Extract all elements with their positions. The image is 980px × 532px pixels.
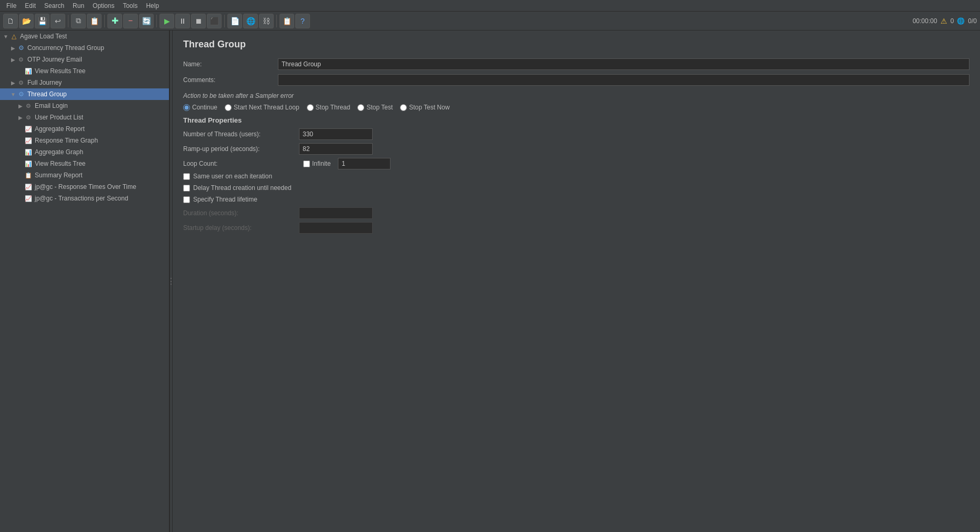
gear-small-icon: ⚙ bbox=[24, 113, 33, 122]
sidebar-item-response-time-graph[interactable]: ▶ 📈 Response Time Graph bbox=[0, 135, 169, 146]
ramp-up-label: Ramp-up period (seconds): bbox=[183, 145, 299, 153]
sidebar-item-concurrency-thread-group[interactable]: ▶ ⚙ Concurrency Thread Group bbox=[0, 42, 169, 54]
menu-options[interactable]: Options bbox=[88, 1, 118, 11]
clear-button[interactable]: 🔄 bbox=[139, 14, 154, 28]
gear-small-icon: ⚙ bbox=[17, 55, 25, 64]
arrow-icon: ▶ bbox=[9, 56, 17, 63]
sidebar-label: Aggregate Graph bbox=[35, 148, 83, 156]
pause-button[interactable]: ⏸ bbox=[175, 14, 190, 28]
arrow-icon: ▶ bbox=[17, 102, 24, 109]
sidebar-item-view-results-tree-1[interactable]: ▶ 📊 View Results Tree bbox=[0, 65, 169, 77]
sidebar-label: Email Login bbox=[35, 102, 68, 109]
radio-start-next[interactable]: Start Next Thread Loop bbox=[225, 104, 299, 111]
sidebar-item-aggregate-report[interactable]: ▶ 📈 Aggregate Report bbox=[0, 123, 169, 135]
radio-stop-thread[interactable]: Stop Thread bbox=[307, 104, 351, 111]
status-bar: 00:00:00 ⚠ 0 🌐 0/0 bbox=[913, 17, 977, 25]
sidebar-item-aggregate-graph[interactable]: ▶ 📊 Aggregate Graph bbox=[0, 146, 169, 158]
comments-row: Comments: bbox=[183, 74, 969, 86]
revert-button[interactable]: ↩ bbox=[51, 14, 65, 28]
delay-thread-checkbox[interactable] bbox=[183, 185, 190, 192]
menu-search[interactable]: Search bbox=[40, 1, 68, 11]
specify-lifetime-checkbox[interactable] bbox=[183, 196, 190, 203]
name-label: Name: bbox=[183, 61, 278, 68]
menu-edit[interactable]: Edit bbox=[21, 1, 40, 11]
copy-button[interactable]: ⧉ bbox=[71, 14, 86, 28]
template-button[interactable]: 📄 bbox=[227, 14, 242, 28]
loop-infinite-checkbox[interactable]: Infinite bbox=[303, 160, 331, 167]
radio-stop-test[interactable]: Stop Test bbox=[357, 104, 393, 111]
loop-count-row: Loop Count: Infinite bbox=[183, 158, 969, 169]
remove-button[interactable]: － bbox=[123, 14, 138, 28]
new-button[interactable]: 🗋 bbox=[3, 14, 18, 28]
startup-delay-label: Startup delay (seconds): bbox=[183, 224, 299, 232]
gear-icon: ⚙ bbox=[17, 90, 25, 98]
menu-help[interactable]: Help bbox=[142, 1, 163, 11]
radio-stop-test-input[interactable] bbox=[357, 104, 364, 111]
panel-title: Thread Group bbox=[183, 39, 969, 50]
loop-infinite-input[interactable] bbox=[303, 160, 310, 167]
comments-input[interactable] bbox=[278, 74, 969, 86]
sidebar-item-agave-load-test[interactable]: ▼ △ Agave Load Test bbox=[0, 31, 169, 42]
sidebar-item-email-login[interactable]: ▶ ⚙ Email Login bbox=[0, 100, 169, 112]
log-button[interactable]: 📋 bbox=[279, 14, 294, 28]
loop-count-input[interactable] bbox=[338, 158, 391, 169]
name-row: Name: bbox=[183, 58, 969, 70]
run-button[interactable]: ▶ bbox=[159, 14, 174, 28]
sidebar-label: jp@gc - Response Times Over Time bbox=[35, 183, 136, 190]
paste-button[interactable]: 📋 bbox=[87, 14, 102, 28]
triangle-icon: △ bbox=[9, 32, 18, 41]
ramp-up-input[interactable] bbox=[299, 143, 373, 155]
open-button[interactable]: 📂 bbox=[19, 14, 34, 28]
remote-button[interactable]: 🌐 bbox=[243, 14, 258, 28]
sidebar-item-thread-group[interactable]: ▼ ⚙ Thread Group bbox=[0, 88, 169, 100]
delay-thread-row: Delay Thread creation until needed bbox=[183, 184, 969, 192]
radio-stop-test-now-input[interactable] bbox=[400, 104, 407, 111]
startup-delay-input[interactable] bbox=[299, 222, 373, 234]
sidebar-item-user-product-list[interactable]: ▶ ⚙ User Product List bbox=[0, 112, 169, 123]
radio-continue[interactable]: Continue bbox=[183, 104, 217, 111]
menu-tools[interactable]: Tools bbox=[118, 1, 142, 11]
menu-file[interactable]: File bbox=[2, 1, 21, 11]
add-button[interactable]: ✚ bbox=[107, 14, 122, 28]
sidebar-item-jp-response-times[interactable]: ▶ 📈 jp@gc - Response Times Over Time bbox=[0, 181, 169, 193]
same-user-checkbox[interactable] bbox=[183, 173, 190, 180]
startup-delay-row: Startup delay (seconds): bbox=[183, 222, 969, 234]
sidebar-item-jp-transactions[interactable]: ▶ 📈 jp@gc - Transactions per Second bbox=[0, 193, 169, 204]
sidebar-label: Thread Group bbox=[27, 91, 67, 98]
num-threads-input[interactable] bbox=[299, 128, 373, 140]
radio-start-next-label: Start Next Thread Loop bbox=[234, 104, 299, 111]
main-layout: ▼ △ Agave Load Test ▶ ⚙ Concurrency Thre… bbox=[0, 31, 980, 532]
same-user-label: Same user on each iteration bbox=[193, 173, 272, 180]
chart-icon: 📊 bbox=[24, 148, 33, 156]
sidebar-item-view-results-tree-2[interactable]: ▶ 📊 View Results Tree bbox=[0, 158, 169, 169]
radio-start-next-input[interactable] bbox=[225, 104, 232, 111]
duration-row: Duration (seconds): bbox=[183, 207, 969, 219]
sidebar-label: User Product List bbox=[35, 114, 83, 121]
sidebar-item-otp-journey-email[interactable]: ▶ ⚙ OTP Journey Email bbox=[0, 54, 169, 65]
menu-run[interactable]: Run bbox=[68, 1, 88, 11]
sidebar-label: OTP Journey Email bbox=[27, 56, 82, 63]
sidebar-label: View Results Tree bbox=[35, 160, 86, 167]
help-button[interactable]: ? bbox=[295, 14, 310, 28]
duration-input[interactable] bbox=[299, 207, 373, 219]
sidebar-item-summary-report[interactable]: ▶ 📋 Summary Report bbox=[0, 169, 169, 181]
radio-continue-input[interactable] bbox=[183, 104, 190, 111]
save-button[interactable]: 💾 bbox=[35, 14, 49, 28]
warning-icon: ⚠ bbox=[941, 17, 947, 25]
sidebar-label: jp@gc - Transactions per Second bbox=[35, 195, 128, 202]
remote-all-button[interactable]: ⛓ bbox=[259, 14, 274, 28]
radio-stop-thread-input[interactable] bbox=[307, 104, 314, 111]
stop-button[interactable]: ⏹ bbox=[191, 14, 206, 28]
radio-stop-test-now[interactable]: Stop Test Now bbox=[400, 104, 449, 111]
sidebar-item-full-journey[interactable]: ▶ ⚙ Full Journey bbox=[0, 77, 169, 88]
name-input[interactable] bbox=[278, 58, 969, 70]
comments-label: Comments: bbox=[183, 76, 278, 84]
num-threads-label: Number of Threads (users): bbox=[183, 131, 299, 138]
toolbar: 🗋 📂 💾 ↩ ⧉ 📋 ✚ － 🔄 ▶ ⏸ ⏹ ⬛ 📄 🌐 ⛓ 📋 ? 00:0… bbox=[0, 12, 980, 31]
chart-icon: 📊 bbox=[24, 67, 33, 75]
loop-infinite-label: Infinite bbox=[312, 160, 331, 167]
duration-label: Duration (seconds): bbox=[183, 209, 299, 217]
chart-icon: 📊 bbox=[24, 159, 33, 168]
error-count: 0/0 bbox=[968, 17, 977, 25]
stop-now-button[interactable]: ⬛ bbox=[207, 14, 222, 28]
